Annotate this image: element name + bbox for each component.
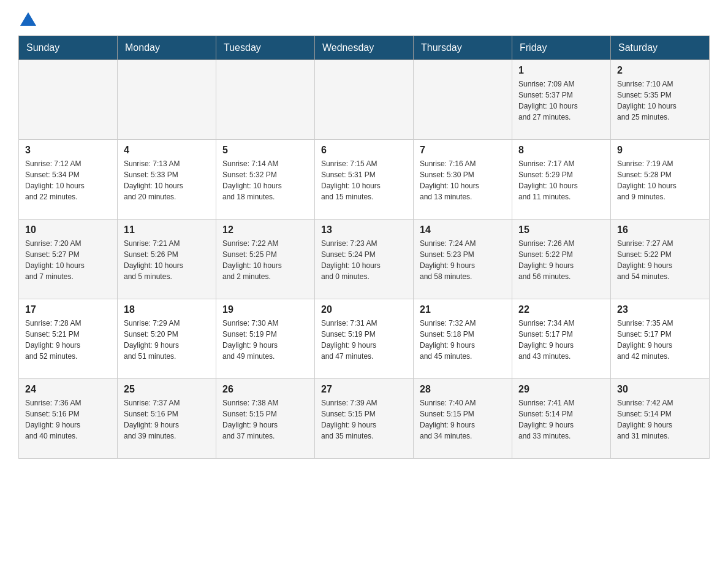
calendar-week-row: 1Sunrise: 7:09 AM Sunset: 5:37 PM Daylig…	[19, 60, 710, 140]
day-info: Sunrise: 7:42 AM Sunset: 5:14 PM Dayligh…	[617, 397, 703, 442]
calendar-cell: 14Sunrise: 7:24 AM Sunset: 5:23 PM Dayli…	[414, 220, 512, 299]
day-info: Sunrise: 7:14 AM Sunset: 5:32 PM Dayligh…	[222, 158, 308, 202]
day-number: 5	[222, 145, 308, 156]
calendar-cell: 18Sunrise: 7:29 AM Sunset: 5:20 PM Dayli…	[118, 299, 216, 379]
calendar-cell: 26Sunrise: 7:38 AM Sunset: 5:15 PM Dayli…	[216, 379, 315, 459]
calendar-cell: 11Sunrise: 7:21 AM Sunset: 5:26 PM Dayli…	[118, 220, 216, 299]
calendar-cell: 6Sunrise: 7:15 AM Sunset: 5:31 PM Daylig…	[315, 140, 414, 220]
day-number: 30	[617, 384, 703, 395]
calendar-cell: 2Sunrise: 7:10 AM Sunset: 5:35 PM Daylig…	[611, 60, 710, 140]
calendar-cell: 4Sunrise: 7:13 AM Sunset: 5:33 PM Daylig…	[118, 140, 216, 220]
day-number: 29	[518, 384, 604, 395]
calendar-week-row: 10Sunrise: 7:20 AM Sunset: 5:27 PM Dayli…	[19, 220, 710, 299]
day-number: 26	[222, 384, 308, 395]
day-number: 27	[321, 384, 407, 395]
calendar-cell: 13Sunrise: 7:23 AM Sunset: 5:24 PM Dayli…	[315, 220, 414, 299]
svg-marker-0	[20, 12, 36, 26]
calendar-cell: 27Sunrise: 7:39 AM Sunset: 5:15 PM Dayli…	[315, 379, 414, 459]
calendar-cell: 24Sunrise: 7:36 AM Sunset: 5:16 PM Dayli…	[19, 379, 118, 459]
calendar-cell	[118, 60, 216, 140]
calendar-week-row: 17Sunrise: 7:28 AM Sunset: 5:21 PM Dayli…	[19, 299, 710, 379]
calendar-cell: 9Sunrise: 7:19 AM Sunset: 5:28 PM Daylig…	[611, 140, 710, 220]
calendar-cell: 20Sunrise: 7:31 AM Sunset: 5:19 PM Dayli…	[315, 299, 414, 379]
calendar-table: SundayMondayTuesdayWednesdayThursdayFrid…	[18, 36, 710, 459]
day-number: 11	[124, 224, 210, 236]
day-info: Sunrise: 7:20 AM Sunset: 5:27 PM Dayligh…	[25, 238, 111, 282]
day-info: Sunrise: 7:17 AM Sunset: 5:29 PM Dayligh…	[518, 158, 604, 202]
calendar-cell: 8Sunrise: 7:17 AM Sunset: 5:29 PM Daylig…	[512, 140, 611, 220]
day-number: 18	[124, 304, 210, 315]
day-number: 7	[420, 145, 506, 156]
day-info: Sunrise: 7:31 AM Sunset: 5:19 PM Dayligh…	[321, 318, 407, 362]
day-number: 22	[518, 304, 604, 315]
weekday-header-thursday: Thursday	[414, 36, 512, 60]
day-info: Sunrise: 7:28 AM Sunset: 5:21 PM Dayligh…	[25, 318, 111, 362]
calendar-week-row: 24Sunrise: 7:36 AM Sunset: 5:16 PM Dayli…	[19, 379, 710, 459]
day-info: Sunrise: 7:27 AM Sunset: 5:22 PM Dayligh…	[617, 238, 703, 282]
day-info: Sunrise: 7:21 AM Sunset: 5:26 PM Dayligh…	[124, 238, 210, 282]
day-info: Sunrise: 7:23 AM Sunset: 5:24 PM Dayligh…	[321, 238, 407, 282]
page-header	[18, 12, 710, 23]
logo	[18, 12, 36, 23]
calendar-cell: 25Sunrise: 7:37 AM Sunset: 5:16 PM Dayli…	[118, 379, 216, 459]
day-number: 6	[321, 145, 407, 156]
calendar-cell: 15Sunrise: 7:26 AM Sunset: 5:22 PM Dayli…	[512, 220, 611, 299]
calendar-cell: 3Sunrise: 7:12 AM Sunset: 5:34 PM Daylig…	[19, 140, 118, 220]
calendar-cell	[216, 60, 315, 140]
day-info: Sunrise: 7:35 AM Sunset: 5:17 PM Dayligh…	[617, 318, 703, 362]
day-info: Sunrise: 7:29 AM Sunset: 5:20 PM Dayligh…	[124, 318, 210, 362]
day-number: 25	[124, 384, 210, 395]
day-info: Sunrise: 7:22 AM Sunset: 5:25 PM Dayligh…	[222, 238, 308, 282]
calendar-cell: 16Sunrise: 7:27 AM Sunset: 5:22 PM Dayli…	[611, 220, 710, 299]
day-number: 8	[518, 145, 604, 156]
day-number: 10	[25, 224, 111, 236]
weekday-header-friday: Friday	[512, 36, 611, 60]
day-number: 3	[25, 145, 111, 156]
day-info: Sunrise: 7:19 AM Sunset: 5:28 PM Dayligh…	[617, 158, 703, 202]
day-info: Sunrise: 7:34 AM Sunset: 5:17 PM Dayligh…	[518, 318, 604, 362]
day-info: Sunrise: 7:12 AM Sunset: 5:34 PM Dayligh…	[25, 158, 111, 202]
day-info: Sunrise: 7:38 AM Sunset: 5:15 PM Dayligh…	[222, 397, 308, 442]
day-info: Sunrise: 7:36 AM Sunset: 5:16 PM Dayligh…	[25, 397, 111, 442]
day-number: 14	[420, 224, 506, 236]
calendar-cell: 23Sunrise: 7:35 AM Sunset: 5:17 PM Dayli…	[611, 299, 710, 379]
calendar-cell: 28Sunrise: 7:40 AM Sunset: 5:15 PM Dayli…	[414, 379, 512, 459]
day-info: Sunrise: 7:39 AM Sunset: 5:15 PM Dayligh…	[321, 397, 407, 442]
calendar-cell: 21Sunrise: 7:32 AM Sunset: 5:18 PM Dayli…	[414, 299, 512, 379]
day-number: 1	[518, 65, 604, 76]
day-number: 23	[617, 304, 703, 315]
day-number: 4	[124, 145, 210, 156]
day-number: 21	[420, 304, 506, 315]
day-number: 2	[617, 65, 703, 76]
day-number: 20	[321, 304, 407, 315]
calendar-cell: 1Sunrise: 7:09 AM Sunset: 5:37 PM Daylig…	[512, 60, 611, 140]
calendar-week-row: 3Sunrise: 7:12 AM Sunset: 5:34 PM Daylig…	[19, 140, 710, 220]
calendar-cell	[315, 60, 414, 140]
day-number: 24	[25, 384, 111, 395]
day-info: Sunrise: 7:26 AM Sunset: 5:22 PM Dayligh…	[518, 238, 604, 282]
calendar-cell: 30Sunrise: 7:42 AM Sunset: 5:14 PM Dayli…	[611, 379, 710, 459]
day-number: 28	[420, 384, 506, 395]
calendar-cell: 29Sunrise: 7:41 AM Sunset: 5:14 PM Dayli…	[512, 379, 611, 459]
calendar-cell: 12Sunrise: 7:22 AM Sunset: 5:25 PM Dayli…	[216, 220, 315, 299]
calendar-cell: 17Sunrise: 7:28 AM Sunset: 5:21 PM Dayli…	[19, 299, 118, 379]
day-info: Sunrise: 7:13 AM Sunset: 5:33 PM Dayligh…	[124, 158, 210, 202]
day-info: Sunrise: 7:32 AM Sunset: 5:18 PM Dayligh…	[420, 318, 506, 362]
day-number: 12	[222, 224, 308, 236]
weekday-header-sunday: Sunday	[19, 36, 118, 60]
calendar-cell: 10Sunrise: 7:20 AM Sunset: 5:27 PM Dayli…	[19, 220, 118, 299]
weekday-header-monday: Monday	[118, 36, 216, 60]
day-number: 9	[617, 145, 703, 156]
calendar-cell: 7Sunrise: 7:16 AM Sunset: 5:30 PM Daylig…	[414, 140, 512, 220]
day-number: 17	[25, 304, 111, 315]
day-number: 16	[617, 224, 703, 236]
day-info: Sunrise: 7:40 AM Sunset: 5:15 PM Dayligh…	[420, 397, 506, 442]
weekday-header-row: SundayMondayTuesdayWednesdayThursdayFrid…	[19, 36, 710, 60]
day-info: Sunrise: 7:10 AM Sunset: 5:35 PM Dayligh…	[617, 79, 703, 123]
day-info: Sunrise: 7:37 AM Sunset: 5:16 PM Dayligh…	[124, 397, 210, 442]
day-number: 13	[321, 224, 407, 236]
calendar-cell	[19, 60, 118, 140]
logo-triangle-icon	[20, 12, 36, 26]
calendar-cell: 5Sunrise: 7:14 AM Sunset: 5:32 PM Daylig…	[216, 140, 315, 220]
calendar-cell: 22Sunrise: 7:34 AM Sunset: 5:17 PM Dayli…	[512, 299, 611, 379]
